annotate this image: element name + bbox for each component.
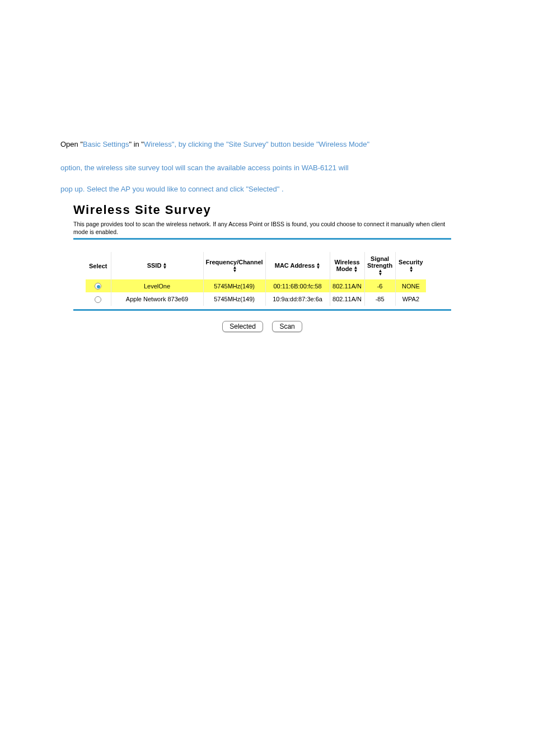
cell-freq: 5745MHz(149) [203, 279, 265, 292]
instruction-line-2: option, the wireless site survey tool wi… [60, 162, 467, 174]
sort-icon [378, 269, 383, 276]
header-select[interactable]: Select [86, 252, 111, 279]
header-security[interactable]: Security [395, 252, 426, 279]
cell-mode: 802.11A/N [330, 279, 364, 292]
divider-bottom [73, 309, 451, 311]
quote-1: " in " [129, 140, 144, 148]
cell-ssid: LevelOne [111, 279, 203, 292]
site-survey-screenshot: Wireless Site Survey This page provides … [73, 203, 451, 332]
cell-freq: 5745MHz(149) [203, 292, 265, 305]
page-title: Wireless Site Survey [73, 203, 451, 217]
header-select-label: Select [89, 263, 107, 269]
radio-unselected-icon[interactable] [95, 296, 101, 303]
header-signal[interactable]: Signal Strength [364, 252, 395, 279]
comma-text: ", by clicking the " [172, 140, 229, 148]
radio-selected-icon[interactable] [95, 283, 101, 290]
instruction-line-1: Open "Basic Settings" in "Wireless", by … [60, 139, 467, 150]
cell-mode: 802.11A/N [330, 292, 364, 305]
cell-mac: 00:11:6B:00:fc:58 [265, 279, 330, 292]
table-row[interactable]: LevelOne 5745MHz(149) 00:11:6B:00:fc:58 … [86, 279, 426, 292]
table-header-row: Select SSID Frequency/Channel MAC Addres… [86, 252, 426, 279]
header-mac[interactable]: MAC Address [265, 252, 330, 279]
header-mac-label: MAC Address [275, 262, 315, 269]
cell-ssid: Apple Network 873e69 [111, 292, 203, 305]
table-row[interactable]: Apple Network 873e69 5745MHz(149) 10:9a:… [86, 292, 426, 305]
cell-select[interactable] [86, 279, 111, 292]
instruction-line-3: pop up. Select the AP you would like to … [60, 184, 467, 195]
cell-select[interactable] [86, 292, 111, 305]
basic-settings-text: Basic Settings [83, 140, 129, 148]
divider-top [73, 238, 451, 240]
beside-text: " button beside " [266, 140, 319, 148]
cell-signal: -85 [364, 292, 395, 305]
header-frequency[interactable]: Frequency/Channel [203, 252, 265, 279]
header-mode[interactable]: Wireless Mode [330, 252, 364, 279]
header-ssid-label: SSID [147, 262, 162, 269]
sort-icon [409, 266, 414, 273]
open-word: Open " [60, 140, 83, 148]
sort-icon [162, 263, 167, 269]
quote-end: " [367, 140, 370, 148]
sort-icon [233, 266, 237, 273]
cell-security: WPA2 [395, 292, 426, 305]
wireless-mode-text: Wireless Mode [319, 140, 367, 148]
cell-security: NONE [395, 279, 426, 292]
survey-table: Select SSID Frequency/Channel MAC Addres… [86, 252, 426, 305]
sort-icon [353, 266, 358, 273]
header-signal-label: Signal Strength [367, 255, 392, 269]
sort-icon [316, 263, 320, 269]
header-ssid[interactable]: SSID [111, 252, 203, 279]
cell-signal: -6 [364, 279, 395, 292]
selected-button[interactable]: Selected [222, 321, 263, 332]
buttons-row: Selected Scan [73, 321, 451, 332]
page-description: This page provides tool to scan the wire… [73, 221, 451, 236]
wireless-text: Wireless [144, 140, 172, 148]
scan-button[interactable]: Scan [272, 321, 302, 332]
cell-mac: 10:9a:dd:87:3e:6a [265, 292, 330, 305]
site-survey-text: Site Survey [229, 140, 266, 148]
